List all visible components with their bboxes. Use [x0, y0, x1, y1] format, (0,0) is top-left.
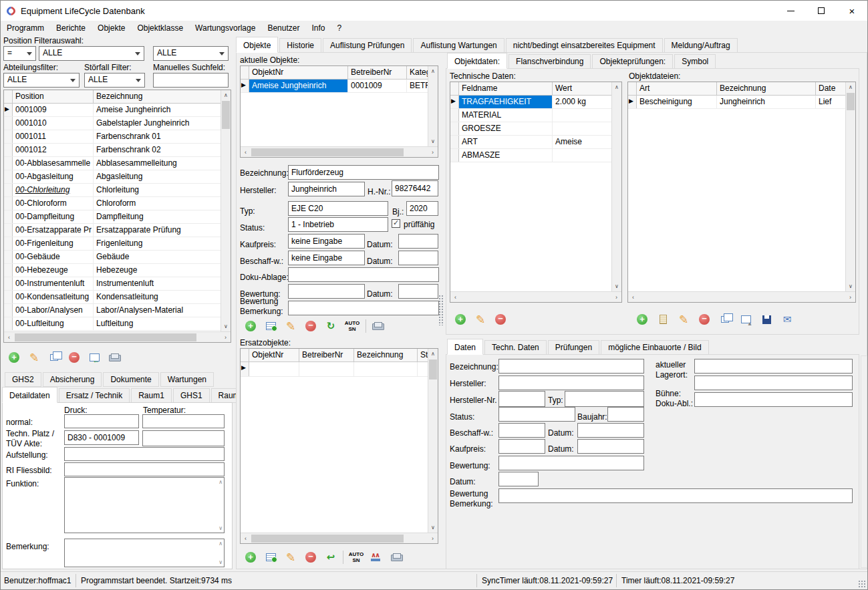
temperatur-normal-input[interactable]: [142, 414, 225, 428]
column-header-position[interactable]: Position: [13, 90, 94, 103]
scroll-up-icon[interactable]: ∧: [219, 541, 223, 547]
table-row[interactable]: [241, 362, 438, 377]
scroll-thumb[interactable]: [847, 93, 855, 110]
abteilungsfilter-select[interactable]: ALLE: [3, 73, 80, 88]
kaufpreis-input[interactable]: [288, 234, 365, 249]
edit-button[interactable]: [283, 319, 299, 333]
scroll-right-icon[interactable]: ›: [221, 334, 231, 341]
menu-berichte[interactable]: Berichte: [50, 22, 92, 34]
menu-objektklasse[interactable]: Objektklasse: [131, 22, 189, 34]
tab-dokumente[interactable]: Dokumente: [103, 372, 158, 387]
edit-button[interactable]: [676, 312, 692, 327]
vertical-scrollbar[interactable]: ∧∨: [611, 82, 621, 291]
stoerfall-filter-select[interactable]: ALLE: [84, 73, 145, 88]
hersteller-input[interactable]: [498, 376, 644, 390]
kaufpreis-datum-input[interactable]: [398, 234, 438, 249]
table-row[interactable]: GROESZE: [450, 122, 621, 136]
prueffaehig-checkbox[interactable]: [392, 219, 400, 228]
delete-button[interactable]: [492, 312, 509, 327]
column-header-bezeichnung[interactable]: Bezeichnung: [354, 349, 418, 361]
scroll-up-icon[interactable]: ∧: [846, 82, 855, 92]
chart-button[interactable]: [368, 550, 384, 565]
table-row[interactable]: Ameise Jungheinrich 0001009 BETRI: [241, 80, 438, 93]
druck-normal-input[interactable]: [64, 414, 139, 428]
scroll-up-icon[interactable]: ∧: [612, 82, 621, 92]
table-row[interactable]: 0001011Farbenschrank 01: [4, 130, 231, 144]
auto-sn-button[interactable]: AUTOSN: [347, 550, 366, 565]
table-add-button[interactable]: [263, 319, 279, 333]
delete-button[interactable]: [66, 350, 82, 365]
add-button[interactable]: [243, 319, 259, 333]
buehne-input[interactable]: [694, 376, 853, 390]
tab-ghs2[interactable]: GHS2: [5, 372, 41, 387]
tab-historie[interactable]: Historie: [279, 38, 321, 53]
menu-help[interactable]: ?: [331, 22, 347, 34]
lagerort-input[interactable]: [694, 359, 853, 374]
table-row[interactable]: 00-Labor/AnalysenLabor/Analysen-Material: [4, 304, 231, 317]
table-row[interactable]: 00-AbgasleitungAbgasleitung: [4, 170, 231, 184]
column-header-feldname[interactable]: Feldname: [459, 82, 553, 95]
menu-wartungsvorlage[interactable]: Wartungsvorlage: [189, 22, 261, 34]
add-button[interactable]: [634, 312, 650, 327]
kaufpreis-datum-input[interactable]: [577, 439, 644, 454]
vertical-scrollbar[interactable]: ∧∨: [221, 90, 231, 331]
column-header-betreibernr[interactable]: BetreiberNr: [348, 66, 407, 79]
table-row[interactable]: MATERIAL: [450, 109, 621, 122]
copy-button[interactable]: [717, 312, 733, 327]
undo-button[interactable]: [323, 550, 339, 565]
scroll-thumb[interactable]: [429, 359, 437, 380]
funktion-textarea[interactable]: ∧∨: [64, 477, 225, 533]
menu-benutzer[interactable]: Benutzer: [261, 22, 305, 34]
table-row[interactable]: TRAGFAEHIGKEIT2.000 kg: [450, 96, 621, 109]
scroll-down-icon[interactable]: ∨: [612, 281, 621, 291]
scroll-down-icon[interactable]: ∨: [428, 136, 438, 146]
scroll-thumb[interactable]: [251, 535, 404, 543]
tab-einbauorte-bild[interactable]: mögliche Einbauorte / Bild: [601, 340, 708, 355]
table-row[interactable]: 00-ChlorleitungChlorleitung: [4, 184, 231, 197]
horizontal-scrollbar[interactable]: ‹›: [4, 331, 231, 342]
bezeichnung-input[interactable]: [288, 165, 439, 180]
tab-symbol[interactable]: Symbol: [674, 54, 716, 69]
table-row[interactable]: 00-GebäudeGebäude: [4, 251, 231, 264]
manuelles-suchfeld-input[interactable]: [153, 73, 229, 88]
table-row[interactable]: 00-DampfleitungDampfleitung: [4, 210, 231, 224]
scroll-up-icon[interactable]: ∧: [428, 66, 438, 76]
vertical-scrollbar[interactable]: ∧∨: [428, 66, 438, 146]
tab-ghs1[interactable]: GHS1: [173, 388, 210, 403]
doku-ablage-input[interactable]: [288, 267, 439, 282]
table-row[interactable]: Bescheinigung Jungheinrich Lief: [628, 96, 855, 109]
baujahr-input[interactable]: [607, 407, 644, 422]
tab-daten[interactable]: Daten: [447, 339, 483, 355]
horizontal-scrollbar[interactable]: ‹›: [241, 533, 438, 543]
bewertung-datum-input[interactable]: [398, 284, 438, 299]
column-header-art[interactable]: Art: [637, 82, 717, 95]
tab-absicherung[interactable]: Absicherung: [43, 372, 102, 387]
scroll-down-icon[interactable]: ∨: [428, 523, 438, 533]
scroll-thumb[interactable]: [222, 101, 230, 129]
scroll-left-icon[interactable]: ‹: [628, 294, 638, 301]
tab-auflistung-pruefungen[interactable]: Auflistung Prüfungen: [323, 38, 412, 53]
scroll-left-icon[interactable]: ‹: [450, 294, 460, 301]
tab-auflistung-wartungen[interactable]: Auflistung Wartungen: [413, 38, 504, 53]
close-button[interactable]: ×: [837, 1, 867, 21]
scroll-up-icon[interactable]: ∧: [221, 90, 231, 100]
bemerkung-textarea[interactable]: ∧∨: [64, 539, 225, 567]
table-row[interactable]: 00-Ersatzapparate PrErsatzapparate Prüfu…: [4, 224, 231, 237]
scroll-right-icon[interactable]: ›: [428, 149, 438, 156]
table-row[interactable]: ARTAmeise: [450, 136, 621, 149]
tab-raum1[interactable]: Raum1: [131, 388, 172, 403]
scroll-down-icon[interactable]: ∨: [221, 321, 231, 331]
techn-platz-input[interactable]: [64, 430, 139, 445]
delete-button[interactable]: [303, 319, 319, 333]
table-row[interactable]: 00-KondensatleitungKondensatleitung: [4, 291, 231, 304]
beschaffw-input[interactable]: [288, 251, 365, 265]
scroll-thumb[interactable]: [251, 148, 404, 156]
ri-fliessbild-input[interactable]: [64, 462, 225, 476]
scroll-left-icon[interactable]: ‹: [4, 334, 14, 341]
tab-pruefungen[interactable]: Prüfungen: [548, 340, 599, 355]
bewertung-bemerkung-input[interactable]: [288, 301, 439, 315]
table-row[interactable]: 00-FrigenleitungFrigenleitung: [4, 237, 231, 251]
horizontal-scrollbar[interactable]: ‹›: [241, 146, 438, 157]
table-row[interactable]: 00-HebezeugeHebezeuge: [4, 264, 231, 277]
tab-objektdaten[interactable]: Objektdaten:: [447, 53, 507, 69]
